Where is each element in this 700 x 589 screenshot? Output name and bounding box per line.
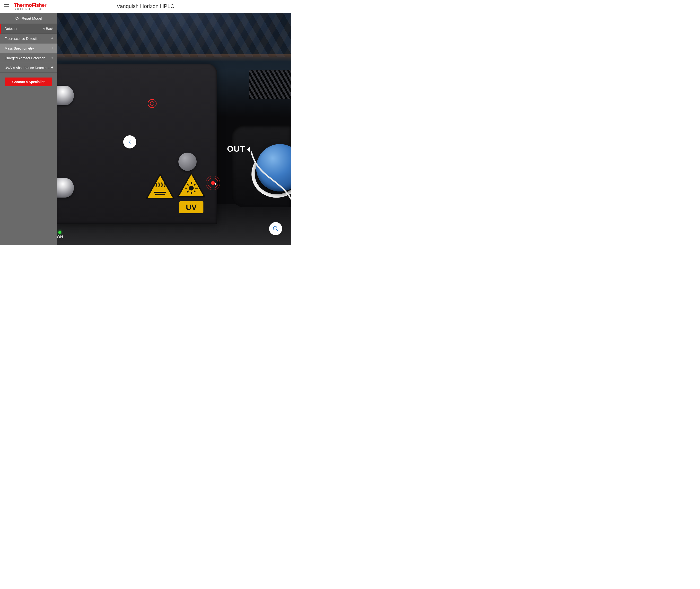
expand-icon: + [51, 65, 53, 70]
uv-radiation-warning-icon [177, 172, 206, 198]
uv-badge: UV [179, 201, 203, 213]
arrow-left-icon [127, 139, 133, 145]
back-button[interactable]: Back [43, 27, 53, 31]
caret-left-icon [43, 28, 44, 30]
back-label: Back [46, 27, 53, 31]
chrome-post [57, 178, 74, 198]
expand-icon: + [51, 46, 53, 51]
sidebar-item-label: Fluorescence Detection [5, 37, 40, 41]
zoom-out-button[interactable] [269, 222, 282, 235]
menu-button[interactable] [0, 0, 13, 13]
contact-specialist-button[interactable]: Contact a Specialist [5, 77, 52, 86]
app-header: ThermoFisher SCIENTIFIC Vanquish Horizon… [0, 0, 291, 13]
svg-line-14 [276, 229, 278, 231]
sidebar-item-label: Charged Aerosol Detection [5, 56, 45, 60]
expand-icon: + [51, 36, 53, 41]
out-label: OUT [227, 144, 250, 154]
ceiling-decor [57, 13, 291, 57]
vent-grille [249, 70, 291, 99]
brand-logo: ThermoFisher SCIENTIFIC [14, 2, 46, 10]
power-led [58, 231, 61, 234]
prev-view-button[interactable] [123, 135, 136, 149]
logo-primary: ThermoFisher [14, 2, 46, 8]
expand-icon: + [51, 55, 53, 60]
grey-knob [178, 153, 197, 171]
hotspot-marker[interactable] [148, 99, 157, 108]
model-viewer[interactable]: OUT LOCK UV ON [57, 13, 291, 245]
logo-secondary: SCIENTIFIC [14, 8, 46, 10]
sidebar-item-label: UV/Vis Absorbance Detectors [5, 66, 49, 70]
hot-surface-warning-icon [146, 173, 175, 199]
chrome-post [57, 86, 74, 105]
sidebar: Reset Model Detector Back Fluorescence D… [0, 13, 57, 245]
menu-icon [4, 4, 9, 8]
device-panel [57, 64, 217, 224]
power-label: ON [57, 235, 63, 240]
page-title: Vanquish Horizon HPLC [117, 3, 174, 9]
zoom-out-icon [273, 225, 279, 232]
refresh-icon [15, 16, 19, 21]
main-area: Reset Model Detector Back Fluorescence D… [0, 13, 291, 245]
cta-label: Contact a Specialist [12, 80, 44, 84]
nav-section-title: Detector [5, 27, 17, 31]
sidebar-item-fluorescence[interactable]: Fluorescence Detection + [0, 34, 57, 43]
sidebar-item-mass-spectrometry[interactable]: Mass Spectrometry + [0, 43, 57, 53]
svg-point-4 [189, 186, 194, 191]
hotspot-marker-active[interactable] [206, 176, 220, 190]
sidebar-item-charged-aerosol[interactable]: Charged Aerosol Detection + [0, 53, 57, 63]
sidebar-item-label: Mass Spectrometry [5, 46, 34, 50]
tubing-cable [249, 151, 291, 214]
reset-model-button[interactable]: Reset Model [0, 13, 57, 24]
nav-section-header: Detector Back [0, 24, 57, 34]
reset-label: Reset Model [22, 16, 42, 20]
sidebar-item-uvvis[interactable]: UV/Vis Absorbance Detectors + [0, 63, 57, 73]
